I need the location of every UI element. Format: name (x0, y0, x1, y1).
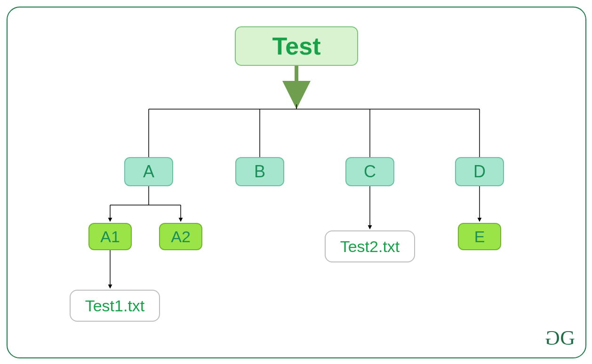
geeksforgeeks-logo: GG (546, 326, 574, 350)
node-file-test1-label: Test1.txt (85, 297, 145, 315)
node-root-label: Test (272, 32, 320, 60)
node-a-label: A (143, 162, 154, 182)
logo-g2: G (560, 326, 574, 349)
node-a2: A2 (159, 223, 202, 250)
node-c-label: C (364, 162, 376, 182)
logo-g1: G (546, 326, 560, 350)
node-d-label: D (473, 162, 486, 182)
node-a: A (124, 157, 173, 186)
node-c: C (345, 157, 394, 186)
node-root-test: Test (235, 26, 358, 66)
node-a2-label: A2 (171, 228, 191, 246)
node-b-label: B (254, 162, 265, 182)
node-a1-label: A1 (100, 228, 120, 246)
node-e: E (458, 223, 501, 250)
node-b: B (235, 157, 284, 186)
node-file-test1: Test1.txt (70, 290, 160, 322)
node-a1: A1 (88, 223, 132, 250)
node-file-test2-label: Test2.txt (340, 237, 400, 256)
node-d: D (455, 157, 504, 186)
node-e-label: E (474, 228, 485, 246)
node-file-test2: Test2.txt (325, 230, 415, 262)
diagram-frame: Test A B C D A1 A2 E Test1.txt Test2.txt… (7, 7, 586, 358)
